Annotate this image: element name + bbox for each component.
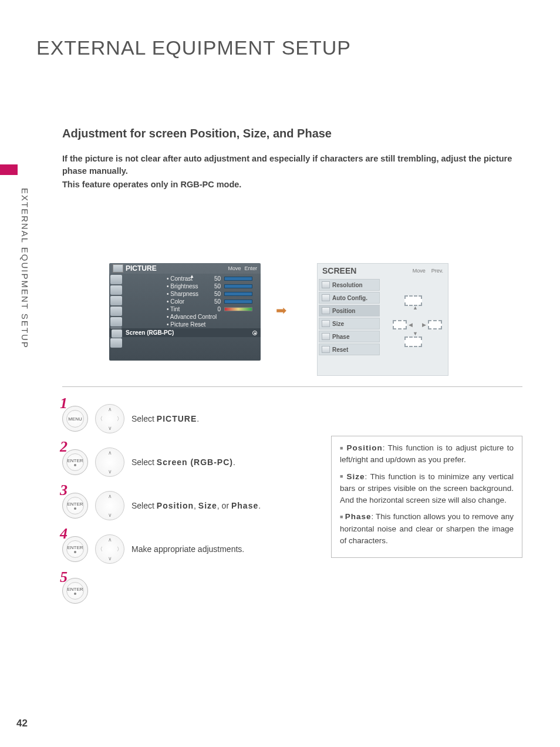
button-label: ENTER (67, 458, 83, 463)
step-text: Select PICTURE. (131, 414, 199, 423)
page-title: EXTERNAL EQUIPMENT SETUP (36, 36, 351, 59)
side-icon (110, 338, 122, 348)
text: . (233, 457, 235, 467)
arrow-up-icon: ▲ (413, 305, 418, 311)
side-icon (110, 296, 122, 305)
move-hint: Move (228, 265, 241, 271)
flow-arrow-icon: ➡ (276, 303, 286, 318)
section-heading: Adjustment for screen Position, Size, an… (62, 127, 332, 140)
side-icon (110, 275, 122, 284)
picture-header-icon (113, 264, 123, 272)
item-icon (322, 333, 330, 340)
text: . (197, 414, 199, 423)
picture-items: ▲ • Contrast50 • Brightness50 • Sharpnes… (123, 274, 261, 349)
button-label: MENU (68, 416, 82, 422)
row-label: Screen (RGB-PC) (126, 329, 257, 336)
screen-item-resolution: Resolution (319, 279, 380, 291)
step-3: 3 ENTER ∧∨〈〉 Select Position, Size, or P… (62, 491, 321, 520)
row-bar (224, 284, 252, 288)
row-label: • Picture Reset (167, 321, 257, 328)
arrow-down-icon: ▼ (413, 331, 418, 337)
text-bold: Phase (231, 501, 258, 510)
info-label: Position (346, 443, 382, 452)
item-icon (322, 281, 330, 288)
button-label: ENTER (67, 587, 83, 592)
step-text: Make appropriate adjustments. (131, 544, 244, 554)
preview-rect-icon (428, 320, 442, 329)
intro-p2: This feature operates only in RGB-PC mod… (62, 180, 241, 189)
prev-hint: Prev. (431, 268, 443, 274)
step-2: 2 ENTER ∧∨〈〉 Select Screen (RGB-PC). (62, 447, 321, 477)
text: Select (131, 501, 157, 510)
text: Select (131, 457, 157, 467)
row-label: • Tint (167, 306, 210, 312)
intro-p1: If the picture is not clear after auto a… (62, 154, 512, 176)
picture-panel-title: PICTURE (126, 264, 157, 272)
item-icon (322, 320, 330, 327)
radio-dot-icon (252, 331, 257, 335)
text: , (194, 501, 198, 510)
text: , or (217, 501, 231, 510)
text: Make appropriate adjustments. (131, 544, 244, 554)
info-position: Position: This function is to adjust pic… (340, 442, 514, 466)
step-text: Select Screen (RGB-PC). (131, 457, 235, 467)
button-label: ENTER (67, 502, 83, 507)
info-label: Size (346, 472, 365, 481)
enter-button-icon: ENTER (62, 536, 88, 562)
picture-row-reset: • Picture Reset (167, 321, 257, 328)
side-accent-tab (0, 164, 18, 175)
info-label: Phase (345, 512, 372, 521)
step-text: Select Position, Size, or Phase. (131, 501, 261, 510)
screen-item-phase: Phase (319, 331, 380, 342)
preview-rect-icon (404, 337, 422, 347)
steps-list: 1 MENU ∧∨〈〉 Select PICTURE. 2 ENTER ∧∨〈〉… (62, 404, 321, 618)
enter-button-icon: ENTER (62, 493, 88, 519)
info-box: Position: This function is to adjust pic… (331, 436, 522, 558)
menu-button-icon: MENU (62, 406, 88, 432)
picture-row-brightness: • Brightness50 (167, 282, 257, 290)
row-label: • Brightness (167, 283, 210, 290)
row-value: 0 (211, 306, 223, 312)
row-label: • Sharpness (167, 291, 210, 297)
item-icon (322, 307, 330, 314)
picture-row-sharpness: • Sharpness50 (167, 290, 257, 298)
scroll-up-icon: ▲ (190, 274, 194, 279)
row-label: • Contrast (167, 275, 210, 282)
side-section-label: EXTERNAL EQUIPMENT SETUP (20, 188, 30, 349)
step-1: 1 MENU ∧∨〈〉 Select PICTURE. (62, 404, 321, 433)
info-phase: Phase: This function allows you to remov… (340, 511, 514, 547)
picture-panel-header: PICTURE Move Enter (109, 263, 261, 274)
row-bar (224, 292, 252, 296)
divider (62, 386, 522, 387)
osd-picture-panel: PICTURE Move Enter ▲ • Contrast50 • Brig… (109, 263, 261, 361)
preview-rect-icon (393, 320, 407, 329)
dot-icon (74, 551, 76, 553)
text: . (258, 501, 261, 510)
screen-preview: ▲ ▼ ◀ ▶ (381, 278, 448, 356)
enter-button-icon: ENTER (62, 578, 88, 604)
arrow-left-icon: ◀ (409, 322, 413, 328)
step-4: 4 ENTER ∧∨〈〉 Make appropriate adjustment… (62, 534, 321, 564)
dot-icon (74, 464, 76, 466)
side-icon (110, 285, 122, 295)
dpad-full-icon: ∧∨〈〉 (95, 534, 124, 564)
side-icon (110, 317, 122, 327)
text-bold: Screen (RGB-PC) (157, 457, 233, 467)
screen-menu: Resolution Auto Config. Position Size Ph… (318, 278, 381, 356)
screen-panel-title: SCREEN (322, 266, 356, 275)
row-tint-bar (224, 307, 252, 311)
enter-button-icon: ENTER (62, 449, 88, 475)
picture-row-contrast: • Contrast50 (167, 275, 257, 282)
selected-row-icon (112, 329, 122, 338)
dpad-vertical-icon: ∧∨〈〉 (95, 491, 124, 520)
row-value: 50 (211, 298, 223, 305)
button-label: ENTER (67, 545, 83, 550)
dpad-vertical-icon: ∧∨〈〉 (95, 447, 124, 477)
move-hint: Move (413, 268, 426, 274)
enter-hint: Enter (244, 265, 257, 271)
text: Select (131, 414, 157, 423)
text-bold: Size (198, 501, 217, 510)
dot-icon (74, 507, 76, 510)
item-label: Phase (332, 334, 349, 340)
row-label: • Color (167, 298, 210, 305)
